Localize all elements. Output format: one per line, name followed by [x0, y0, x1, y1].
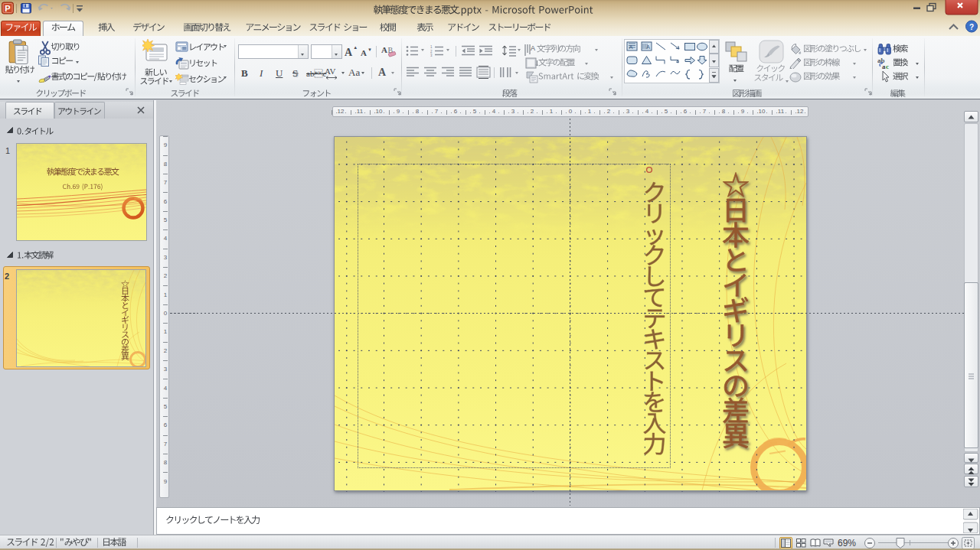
svg-text:3: 3	[430, 54, 433, 57]
svg-text:A: A	[629, 44, 633, 50]
svg-text:A: A	[531, 44, 535, 52]
svg-text:P: P	[5, 4, 10, 13]
svg-text:1: 1	[430, 45, 433, 49]
svg-text:AV: AV	[325, 67, 336, 76]
svg-text:A: A	[646, 44, 650, 50]
svg-text:c: c	[886, 63, 889, 70]
svg-text:2: 2	[430, 50, 433, 54]
svg-text:A: A	[381, 45, 387, 54]
svg-text:?: ?	[969, 23, 974, 31]
